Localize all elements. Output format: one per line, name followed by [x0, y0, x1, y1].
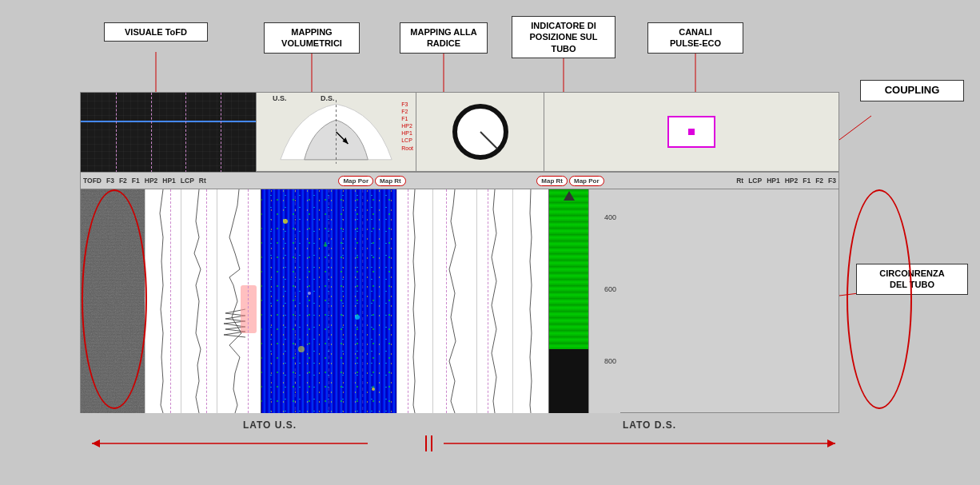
- tofd-noise: [81, 93, 256, 173]
- wave-f2-left-svg: [181, 189, 217, 413]
- us-label-map: U.S.: [273, 94, 287, 102]
- coupling-indicator: [667, 116, 715, 148]
- scale-400: 400: [604, 213, 616, 221]
- ch-map-por-1: Map Por: [338, 176, 373, 186]
- ch-f3-left: F3: [104, 177, 117, 185]
- svg-point-21: [283, 219, 288, 224]
- svg-marker-9: [92, 439, 100, 447]
- label-coupling: COUPLING: [860, 80, 964, 101]
- ch-map-rt-2: Map Rt: [536, 176, 568, 186]
- svg-marker-27: [564, 191, 575, 201]
- strip-f1-left: [217, 189, 261, 413]
- svg-point-22: [324, 244, 327, 247]
- blue-noise-bg: [261, 189, 396, 413]
- preview-map-vol: U.S. D.S. F3 F2 F1 HP2 HP1 LCP Root: [257, 93, 416, 171]
- svg-point-25: [372, 388, 375, 391]
- strip-f3-left: [145, 189, 181, 413]
- label-canali: CANALIPULSE-ECO: [647, 22, 743, 54]
- label-indicatore: INDICATORE DIPOSIZIONE SULTUBO: [512, 16, 615, 58]
- ch-lcp-left: LCP: [178, 177, 197, 185]
- data-area: 400 600 800: [80, 189, 839, 413]
- label-mapping-vol: MAPPINGVOLUMETRICI: [264, 22, 360, 54]
- svg-point-26: [308, 292, 311, 295]
- strip-green-dark: [549, 349, 588, 413]
- svg-line-5: [839, 116, 871, 140]
- circle-line: [480, 131, 498, 149]
- label-visuale-tofd: VISUALE ToFD: [104, 22, 208, 42]
- channel-labels-map: F3 F2 F1 HP2 HP1 LCP Root: [401, 101, 413, 152]
- ellipse-circonrenza: [847, 189, 912, 409]
- weld-shape-svg: [257, 93, 416, 171]
- preview-coupling: [544, 93, 839, 171]
- ch-rt-right: Rt: [734, 177, 746, 185]
- preview-circle-indicator: [416, 93, 544, 171]
- tofd-blue-line: [81, 121, 256, 122]
- ch-hp2-right: HP2: [783, 177, 801, 185]
- blue-vlines-svg: [261, 189, 396, 413]
- ch-hp1-left: HP1: [160, 177, 178, 185]
- ch-f1-left: F1: [129, 177, 142, 185]
- preview-row: U.S. D.S. F3 F2 F1 HP2 HP1 LCP Root: [80, 92, 839, 172]
- bottom-labels-row: LATO U.S. LATO D.S.: [80, 419, 839, 431]
- label-circonrenza: CIRCONRENZADEL TUBO: [856, 264, 968, 295]
- strip-f1-right: [432, 189, 476, 413]
- strip-f2-left: [181, 189, 217, 413]
- preview-tofd: [81, 93, 257, 173]
- strip-f3-right: [512, 189, 548, 413]
- svg-rect-17: [81, 189, 145, 413]
- strip-green: [548, 189, 588, 413]
- scale-800: 800: [604, 357, 616, 365]
- ch-map-rt-1: Map Rt: [375, 176, 406, 186]
- strip-tofd: [81, 189, 145, 413]
- svg-point-24: [355, 315, 360, 320]
- channel-row: TOFD F3 F2 F1 HP2 HP1 LCP Rt Map Por Map…: [80, 172, 839, 189]
- scale-marker: [564, 191, 575, 201]
- ch-f2-right: F2: [813, 177, 826, 185]
- wave-f1-right-svg: [433, 189, 476, 413]
- strip-f2-right: [476, 189, 512, 413]
- ch-rt-left: Rt: [197, 177, 209, 185]
- svg-marker-13: [827, 439, 835, 447]
- svg-point-23: [298, 346, 305, 352]
- ch-map-por-2: Map Por: [569, 176, 604, 186]
- wave-map-por-svg: [397, 189, 432, 413]
- label-mapping-alla: MAPPING ALLARADICE: [400, 22, 488, 54]
- ch-hp2-left: HP2: [142, 177, 161, 185]
- ch-f3-right: F3: [826, 177, 839, 185]
- scale-600: 600: [604, 285, 616, 293]
- tofd-svg-noise: [81, 189, 145, 413]
- ch-hp1-right: HP1: [764, 177, 783, 185]
- label-lato-us: LATO U.S.: [243, 419, 297, 431]
- ch-lcp-right: LCP: [746, 177, 764, 185]
- label-lato-ds: LATO D.S.: [623, 419, 676, 431]
- coupling-dot: [688, 129, 695, 135]
- wave-f3-left-svg: [145, 189, 181, 413]
- ds-label-map: D.S.: [321, 94, 335, 102]
- strip-blue-map: [261, 189, 396, 413]
- circle-ring: [452, 104, 508, 160]
- ch-f2-left: F2: [117, 177, 129, 185]
- wave-f3-right-svg: [513, 189, 548, 413]
- strip-map-por-right: [396, 189, 432, 413]
- ch-tofd: TOFD: [81, 177, 104, 185]
- strip-scale: 400 600 800: [588, 189, 620, 413]
- ch-f1-right: F1: [800, 177, 813, 185]
- main-container: VISUALE ToFD MAPPINGVOLUMETRICI MAPPING …: [0, 0, 980, 485]
- wave-f2-right-svg: [477, 189, 512, 413]
- pink-region: [241, 285, 257, 333]
